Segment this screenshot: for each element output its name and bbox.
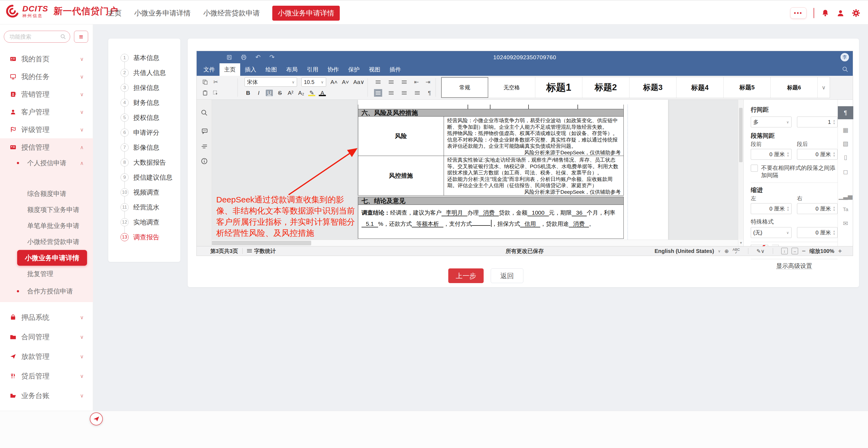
after-spacing-input[interactable]: 0 厘米∧∨ xyxy=(797,149,838,160)
paragraph-panel-icon[interactable]: ¶ xyxy=(838,106,853,119)
tab-protect[interactable]: 保护 xyxy=(344,63,364,76)
grow-font-icon[interactable]: A˄ xyxy=(331,79,338,85)
font-size-select[interactable]: 10.5∨ xyxy=(301,77,326,87)
step-scoring[interactable]: 6申请评分 xyxy=(108,125,180,140)
subscript-button[interactable]: A₂ xyxy=(298,90,305,96)
avatar[interactable]: 李 xyxy=(840,53,849,61)
strikethrough-button[interactable]: S xyxy=(276,90,283,96)
change-case-icon[interactable]: Aa∨ xyxy=(353,79,364,85)
previous-step-button[interactable]: 上一步 xyxy=(448,268,484,283)
zoom-in-icon[interactable]: + xyxy=(838,247,842,255)
zoom-level[interactable]: 缩放100% xyxy=(809,247,834,255)
step-finance[interactable]: 4财务信息 xyxy=(108,95,180,110)
more-icon[interactable]: ••• xyxy=(790,7,807,19)
mail-merge-panel-icon[interactable]: ✉ xyxy=(840,218,850,229)
tab-references[interactable]: 引用 xyxy=(302,63,323,76)
copy-icon[interactable] xyxy=(202,79,208,85)
same-style-checkbox[interactable]: 不要在相同样式的段落之间添加间隔 xyxy=(751,164,838,179)
styles-more-icon[interactable]: ∨ xyxy=(818,77,830,98)
align-left-icon[interactable] xyxy=(374,89,382,97)
sidebar-item-contracts[interactable]: 合同管理 ∨ xyxy=(0,329,93,344)
horizontal-scrollbar[interactable] xyxy=(212,240,738,246)
sidebar-item-home[interactable]: 我的首页 ∨ xyxy=(0,51,93,67)
step-coborrower[interactable]: 2共借人信息 xyxy=(108,65,180,80)
align-right-icon[interactable] xyxy=(400,89,408,97)
numbered-list-icon[interactable] xyxy=(387,78,395,86)
find-icon[interactable] xyxy=(200,109,208,116)
bell-icon[interactable] xyxy=(821,9,829,17)
tab-home[interactable]: 主页 xyxy=(219,63,240,76)
style-heading5[interactable]: 标题5 xyxy=(723,77,771,98)
align-center-icon[interactable] xyxy=(387,89,395,97)
sidebar-item-approval-mgmt[interactable]: 批复管理 xyxy=(0,267,93,281)
sidebar-item-disbursement[interactable]: 放款管理 ∨ xyxy=(0,349,93,364)
style-heading3[interactable]: 标题3 xyxy=(629,77,677,98)
sidebar-item-micro-detail-active[interactable]: 小微业务申请详情 xyxy=(17,250,87,266)
underline-button[interactable]: U xyxy=(266,90,273,96)
track-changes-icon[interactable]: ✎∨ xyxy=(756,248,765,254)
decrease-indent-icon[interactable]: ⇤ xyxy=(413,79,420,85)
sidebar-item-rating[interactable]: 评级管理 ∨ xyxy=(0,122,93,137)
editor-search-icon[interactable] xyxy=(842,66,848,73)
step-field-survey[interactable]: 12实地调查 xyxy=(108,215,180,230)
step-imaging[interactable]: 7影像信息 xyxy=(108,140,180,155)
comments-icon[interactable] xyxy=(200,128,208,135)
feedback-float-button[interactable] xyxy=(90,412,103,425)
chart-panel-icon[interactable]: ▁▃▅ xyxy=(840,191,850,202)
tab-plugins[interactable]: 插件 xyxy=(385,63,406,76)
tab-layout[interactable]: 布局 xyxy=(282,63,302,76)
sidebar-item-post-loan[interactable]: 贷后管理 ∨ xyxy=(0,369,93,384)
tab-view[interactable]: 视图 xyxy=(364,63,385,76)
line-spacing-mode-select[interactable]: 多∨ xyxy=(751,116,792,128)
italic-button[interactable]: I xyxy=(255,90,262,96)
menu-collapse-button[interactable]: ≡ xyxy=(74,31,88,43)
print-icon[interactable] xyxy=(241,54,247,60)
document-page[interactable]: 六、风险及风控措施 风险 经营风险：小微企业市场竞争力弱，易受行业波动（如政策变… xyxy=(358,100,668,240)
sidebar-item-personal-credit[interactable]: 个人授信申请 ∧ xyxy=(0,156,93,170)
shrink-font-icon[interactable]: A˅ xyxy=(342,79,349,85)
sidebar-item-tasks[interactable]: 我的任务 ∨ xyxy=(0,69,93,84)
sidebar-item-collateral[interactable]: 押品系统 ∨ xyxy=(0,310,93,325)
bold-button[interactable]: B xyxy=(245,90,252,96)
language-selector[interactable]: English (United States) xyxy=(654,248,714,254)
style-heading2[interactable]: 标题2 xyxy=(582,77,629,98)
nav-tab-home[interactable]: 主页 xyxy=(107,8,122,18)
style-no-spacing[interactable]: 无空格 xyxy=(488,77,535,98)
nav-tab-micro-detail-active[interactable]: 小微业务申请详情 xyxy=(272,6,340,21)
spellcheck-icon[interactable]: ABC✓ xyxy=(733,248,740,254)
back-button[interactable]: 返回 xyxy=(491,268,523,283)
tab-insert[interactable]: 插入 xyxy=(240,63,261,76)
undo-icon[interactable]: ↶ xyxy=(255,54,260,61)
sidebar-item-ledger[interactable]: 业务台账 ∨ xyxy=(0,388,93,403)
save-icon[interactable] xyxy=(226,55,232,60)
table-panel-icon[interactable]: ▦ xyxy=(840,125,850,136)
globe-icon[interactable]: ⊕ xyxy=(724,248,729,254)
image-panel-icon[interactable]: ▧ xyxy=(840,138,850,149)
checkbox-icon[interactable] xyxy=(751,165,758,172)
fit-width-icon[interactable]: ↔ xyxy=(792,248,798,254)
outline-icon[interactable] xyxy=(200,143,208,150)
indent-right-input[interactable]: 0 厘米∧∨ xyxy=(797,203,838,214)
sidebar-item-quota-business[interactable]: 额度项下业务申请 xyxy=(0,203,93,217)
special-amount-input[interactable]: 0 厘米∧∨ xyxy=(797,227,838,238)
font-color-button[interactable]: A xyxy=(319,90,326,96)
page-panel-icon[interactable]: ▯ xyxy=(840,152,850,163)
cut-icon[interactable]: ✂ xyxy=(212,79,219,85)
style-heading4[interactable]: 标题4 xyxy=(677,77,723,98)
style-heading1[interactable]: 标题1 xyxy=(535,77,582,98)
step-guarantee[interactable]: 3担保信息 xyxy=(108,80,180,95)
step-survey-report[interactable]: 13调查报告 xyxy=(108,230,180,244)
justify-icon[interactable] xyxy=(413,89,421,97)
sidebar-item-single-batch[interactable]: 单笔单批业务申请 xyxy=(0,219,93,233)
multilevel-list-icon[interactable] xyxy=(400,78,408,86)
sidebar-item-comprehensive-quota[interactable]: 综合额度申请 xyxy=(0,187,93,201)
tab-draw[interactable]: 绘图 xyxy=(261,63,282,76)
superscript-button[interactable]: A² xyxy=(287,90,294,96)
line-spacing-value-input[interactable]: 1∧∨ xyxy=(797,116,838,128)
search-input[interactable] xyxy=(9,31,59,42)
redo-icon[interactable]: ↷ xyxy=(269,54,275,61)
shapes-panel-icon[interactable]: ◻ xyxy=(840,167,850,177)
zoom-out-icon[interactable]: − xyxy=(802,247,806,255)
increase-indent-icon[interactable]: ⇥ xyxy=(425,79,431,85)
style-normal[interactable]: 常规 xyxy=(441,77,488,98)
